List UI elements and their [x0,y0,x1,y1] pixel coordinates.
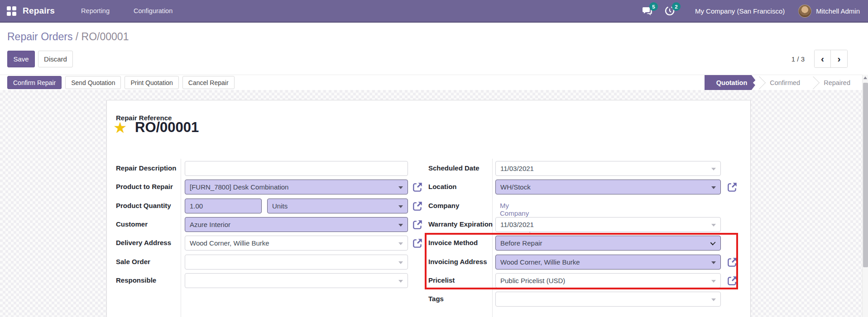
messages-icon[interactable]: 5 [642,5,652,16]
location-select[interactable]: WH/Stock [495,180,721,194]
product-to-repair-select[interactable]: [FURN_7800] Desk Combination [185,180,408,194]
warranty-expiration-label: Warranty Expiration [428,220,493,228]
pricelist-label: Pricelist [428,276,455,284]
location-label: Location [428,183,457,190]
product-external-link-icon[interactable] [412,181,423,193]
delivery-address-select[interactable]: Wood Corner, Willie Burke [185,236,408,251]
breadcrumb-repair-orders[interactable]: Repair Orders [7,31,72,43]
activities-badge: 2 [672,2,681,11]
activities-icon[interactable]: 2 [664,5,675,16]
dropdown-caret-icon[interactable] [398,205,403,208]
messages-badge: 5 [649,2,658,11]
warranty-expiration-input[interactable]: 11/03/2021 [495,217,721,232]
status-repaired[interactable]: Repaired [812,75,862,90]
dropdown-caret-icon[interactable] [398,186,403,189]
repair-description-input[interactable] [185,161,408,176]
tags-label: Tags [428,295,444,303]
pager-previous-button[interactable]: ‹ [815,50,831,67]
company-switcher[interactable]: My Company (San Francisco) [695,7,785,15]
cancel-repair-button[interactable]: Cancel Repair [182,76,235,89]
dropdown-caret-icon[interactable] [398,280,403,283]
repair-order-sheet: Repair Reference ★ RO/00001 Repair Descr… [106,100,751,317]
control-panel: Repair Orders / RO/00001 Save Discard 1 … [0,23,868,75]
status-confirmed[interactable]: Confirmed [758,75,812,90]
user-avatar[interactable] [798,5,811,18]
customer-label: Customer [116,220,148,228]
invoice-method-select[interactable]: Before Repair [495,236,721,251]
discard-button[interactable]: Discard [38,51,73,67]
repair-description-label: Repair Description [116,164,176,172]
delivery-address-external-link-icon[interactable] [412,237,423,249]
confirm-repair-button[interactable]: Confirm Repair [7,76,62,89]
status-quotation[interactable]: Quotation [705,75,757,90]
app-title[interactable]: Repairs [23,6,55,16]
responsible-label: Responsible [116,276,156,284]
product-quantity-input[interactable]: 1.00 [185,199,262,213]
responsible-select[interactable] [185,273,408,288]
action-bar: Confirm Repair Send Quotation Print Quot… [0,75,862,90]
select-chevron-icon[interactable] [710,240,716,246]
dropdown-caret-icon[interactable] [711,261,716,264]
uom-select[interactable]: Units [267,199,408,213]
save-button[interactable]: Save [7,51,35,67]
pricelist-external-link-icon[interactable] [726,275,738,287]
dropdown-caret-icon[interactable] [711,168,716,170]
repair-order-form-page: Repairs Reporting Configuration 5 2 My C… [0,0,868,317]
sale-order-select[interactable] [185,255,408,270]
top-navbar: Repairs Reporting Configuration 5 2 My C… [0,0,868,23]
menu-reporting[interactable]: Reporting [75,7,116,14]
invoice-method-label: Invoice Method [428,239,478,246]
status-pipeline: Quotation Confirmed Repaired [705,75,862,90]
scheduled-date-input[interactable]: 11/03/2021 [495,161,721,176]
dropdown-caret-icon[interactable] [398,261,403,264]
dropdown-caret-icon[interactable] [398,224,403,227]
breadcrumb-current: RO/00001 [82,31,129,43]
scheduled-date-label: Scheduled Date [428,164,480,172]
invoicing-address-select[interactable]: Wood Corner, Willie Burke [495,255,721,270]
sale-order-label: Sale Order [116,258,150,265]
pricelist-select[interactable]: Public Pricelist (USD) [495,273,721,288]
product-to-repair-label: Product to Repair [116,183,173,190]
pager-next-button[interactable]: › [831,50,847,67]
user-menu[interactable]: Mitchell Admin [816,7,860,15]
dropdown-caret-icon[interactable] [711,298,716,301]
scrollbar-thumb[interactable] [863,83,868,267]
delivery-address-label: Delivery Address [116,239,171,246]
pager-count: 1 / 3 [791,55,805,63]
menu-configuration[interactable]: Configuration [127,7,179,14]
send-quotation-button[interactable]: Send Quotation [65,76,121,89]
customer-external-link-icon[interactable] [412,219,423,231]
pager: ‹ › [814,50,848,68]
apps-menu-icon[interactable] [0,0,23,22]
repair-reference-value[interactable]: RO/00001 [135,119,199,136]
product-quantity-label: Product Quantity [116,202,171,209]
grid-icon [7,6,16,16]
print-quotation-button[interactable]: Print Quotation [125,76,178,89]
customer-select[interactable]: Azure Interior [185,217,408,232]
vertical-scrollbar[interactable] [862,75,868,317]
uom-external-link-icon[interactable] [412,200,423,212]
breadcrumb: Repair Orders / RO/00001 [7,31,129,43]
company-label: Company [428,202,459,209]
favorite-star-icon[interactable]: ★ [113,118,127,137]
dropdown-caret-icon[interactable] [711,280,716,283]
location-external-link-icon[interactable] [726,181,738,193]
scroll-up-arrow-icon[interactable] [863,76,867,79]
dropdown-caret-icon[interactable] [398,242,403,245]
tags-input[interactable] [495,292,721,307]
invoicing-address-label: Invoicing Address [428,258,487,265]
dropdown-caret-icon[interactable] [711,224,716,227]
invoicing-address-external-link-icon[interactable] [726,256,738,268]
dropdown-caret-icon[interactable] [711,186,716,189]
